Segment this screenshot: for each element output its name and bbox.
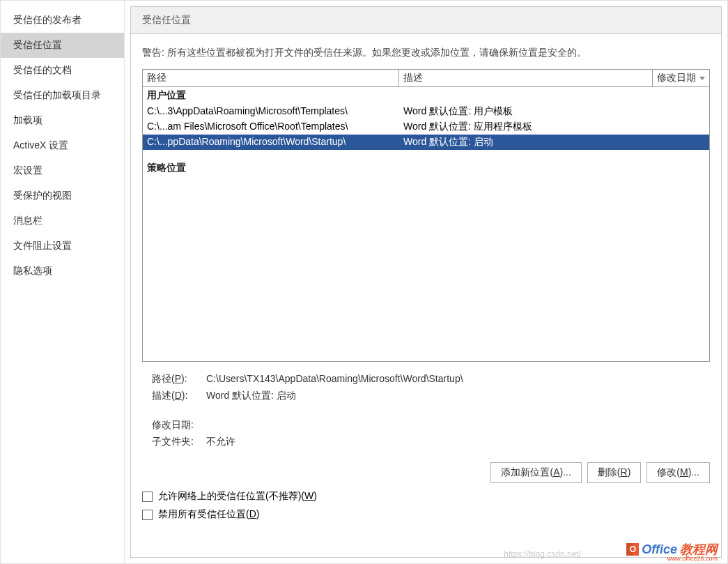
sidebar-item-trusted-addin-catalogs[interactable]: 受信任的加载项目录 [1,83,124,108]
sidebar-item-privacy-options[interactable]: 隐私选项 [1,259,124,284]
actions: 添加新位置(A)... 删除(R) 修改(M)... [142,462,710,483]
warning-text: 警告: 所有这些位置都被视为打开文件的受信任来源。如果您更改或添加位置，请确保新… [142,47,710,59]
col-path[interactable]: 路径 [143,70,399,86]
detail-path-value: C:\Users\TX143\AppData\Roaming\Microsoft… [206,373,463,386]
sidebar-item-activex-settings[interactable]: ActiveX 设置 [1,133,124,158]
sidebar-item-file-block-settings[interactable]: 文件阻止设置 [1,234,124,259]
modify-button[interactable]: 修改(M)... [646,462,710,483]
sidebar-item-addins[interactable]: 加载项 [1,108,124,133]
add-location-button[interactable]: 添加新位置(A)... [490,462,581,483]
locations-table: 路径 描述 修改日期 用户位置 C:\...3\AppData\Roaming\… [142,69,710,362]
col-desc-label: 描述 [403,72,423,84]
detail-subfolder-value: 不允许 [206,436,235,448]
checkboxes: 允许网络上的受信任位置(不推荐)(W) 禁用所有受信任位置(D) [142,490,710,526]
panel-title: 受信任位置 [131,7,721,34]
cell-path: C:\...ppData\Roaming\Microsoft\Word\Star… [143,135,399,150]
sidebar-item-trusted-documents[interactable]: 受信任的文档 [1,58,124,83]
cell-date [653,119,709,135]
user-locations-header: 用户位置 [143,87,709,104]
trust-center-dialog: 受信任的发布者 受信任位置 受信任的文档 受信任的加载项目录 加载项 Activ… [0,0,728,564]
details: 路径(P): C:\Users\TX143\AppData\Roaming\Mi… [142,373,710,452]
panel-body: 警告: 所有这些位置都被视为打开文件的受信任来源。如果您更改或添加位置，请确保新… [131,34,721,557]
col-date[interactable]: 修改日期 [653,70,709,86]
cell-path: C:\...am Files\Microsoft Office\Root\Tem… [143,119,399,135]
sort-icon [699,77,705,80]
cell-desc: Word 默认位置: 用户模板 [399,104,653,119]
cell-desc: Word 默认位置: 启动 [399,135,653,150]
col-date-label: 修改日期 [657,72,696,84]
disable-all-label: 禁用所有受信任位置(D) [158,508,259,521]
detail-desc-value: Word 默认位置: 启动 [206,390,296,402]
sidebar: 受信任的发布者 受信任位置 受信任的文档 受信任的加载项目录 加载项 Activ… [1,1,125,563]
sidebar-item-macro-settings[interactable]: 宏设置 [1,158,124,183]
main-area: 受信任位置 警告: 所有这些位置都被视为打开文件的受信任来源。如果您更改或添加位… [125,1,727,563]
sidebar-item-protected-view[interactable]: 受保护的视图 [1,183,124,208]
table-body: 用户位置 C:\...3\AppData\Roaming\Microsoft\T… [143,87,709,361]
panel: 受信任位置 警告: 所有这些位置都被视为打开文件的受信任来源。如果您更改或添加位… [130,6,722,558]
sidebar-item-trusted-publishers[interactable]: 受信任的发布者 [1,8,124,33]
watermark-url: www.office26.com [667,555,718,562]
disable-all-checkbox[interactable] [142,510,153,520]
sidebar-item-trusted-locations[interactable]: 受信任位置 [1,33,124,58]
watermark-blog: https://blog.csdn.net/ [504,549,581,559]
table-row[interactable]: C:\...ppData\Roaming\Microsoft\Word\Star… [143,135,709,150]
detail-date-label: 修改日期: [152,419,206,432]
cell-date [653,104,709,119]
policy-locations-header: 策略位置 [143,160,709,176]
remove-button[interactable]: 删除(R) [587,462,641,483]
col-desc[interactable]: 描述 [399,70,653,86]
table-header: 路径 描述 修改日期 [143,70,709,87]
cell-path: C:\...3\AppData\Roaming\Microsoft\Templa… [143,104,399,119]
cell-date [653,135,709,150]
detail-path-label: 路径(P): [152,373,206,386]
allow-network-label: 允许网络上的受信任位置(不推荐)(W) [158,490,317,503]
table-row[interactable]: C:\...am Files\Microsoft Office\Root\Tem… [143,119,709,135]
col-path-label: 路径 [147,72,166,84]
detail-desc-label: 描述(D): [152,390,206,402]
cell-desc: Word 默认位置: 应用程序模板 [399,119,653,135]
table-row[interactable]: C:\...3\AppData\Roaming\Microsoft\Templa… [143,104,709,119]
allow-network-checkbox[interactable] [142,491,153,502]
sidebar-item-message-bar[interactable]: 消息栏 [1,208,124,234]
detail-subfolder-label: 子文件夹: [152,436,206,448]
